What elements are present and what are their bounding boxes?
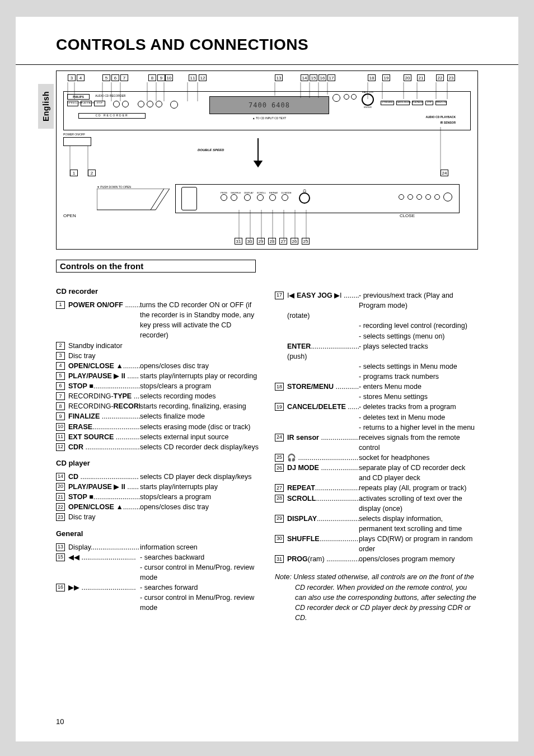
item-label: REPEAT........................ xyxy=(287,483,359,493)
item-label: RECORDING-RECORD… xyxy=(68,401,140,411)
item-desc: stops/clears a program xyxy=(140,381,259,391)
control-item-6: 6STOP ■.........................stops/cl… xyxy=(56,381,259,391)
brand-logo: PHILIPS xyxy=(67,94,90,100)
callout-24: 24 xyxy=(441,170,448,176)
easy-jog-wheel xyxy=(362,93,374,106)
item-desc: separate play of CD recorder deck and CD… xyxy=(359,463,478,483)
control-item-15: 15◀◀ ............................- searc… xyxy=(56,552,259,583)
easy-jog-label: EASY JOG xyxy=(362,91,374,93)
cdr-knob xyxy=(170,101,178,109)
control-item-20: 20PLAY/PAUSE ▶ II ......starts play/inte… xyxy=(56,482,259,492)
item-desc: - searches backward xyxy=(140,552,259,562)
item-number: 24 xyxy=(275,434,284,442)
control-item-3: 3Disc tray xyxy=(56,351,259,361)
control-item-21: 21STOP ■.........................stops/c… xyxy=(56,492,259,502)
item-number: 19 xyxy=(275,403,284,411)
item-extra: - cursor control in Menu/Prog. review mo… xyxy=(68,593,259,613)
item-extra: - recording level control (recording) xyxy=(287,321,478,331)
callout-11: 11 xyxy=(189,74,196,81)
item-desc: repeats play (All, program or track) xyxy=(359,483,478,493)
item-desc: opens/closes disc tray xyxy=(140,502,259,512)
left-column: CD recorder 1POWER ON/OFF ........turns … xyxy=(56,280,259,623)
item-label: DJ MODE .................... xyxy=(287,463,359,473)
control-item-2: 2Standby indicator xyxy=(56,341,259,351)
callout-18: 18 xyxy=(368,74,376,81)
callout-14: 14 xyxy=(301,74,308,81)
item-number: 20 xyxy=(56,483,65,491)
callout-5: 5 xyxy=(102,74,110,81)
item-label: CANCEL/DELETE ...... xyxy=(287,402,359,412)
item-label: IR sensor .................... xyxy=(287,433,359,443)
headphone-knob xyxy=(299,192,310,204)
item-desc: starts play/interrupts play xyxy=(140,482,259,492)
item-extra: - selects settings in Menu mode xyxy=(287,361,478,372)
control-item-sub: ENTER..........................- plays s… xyxy=(275,341,478,382)
control-item-13: 13Display...........................info… xyxy=(56,542,259,552)
open-close-button-r: OPEN/CLOSE xyxy=(435,101,447,105)
item-label: PLAY/PAUSE ▶ II ...... xyxy=(68,482,140,492)
language-tab: English xyxy=(38,84,54,129)
callout-23: 23 xyxy=(447,74,455,81)
page-title: CONTROLS AND CONNECTIONS xyxy=(56,36,478,54)
callout-26: 26 xyxy=(291,238,298,245)
item-label: I◀ EASY JOG ▶I ........ xyxy=(287,290,359,300)
callout-7: 7 xyxy=(120,74,128,81)
item-desc: selects erasing mode (disc or track) xyxy=(140,422,259,432)
item-label: CD .............................. xyxy=(68,472,140,482)
shuffle-knob xyxy=(231,194,237,201)
control-item-5: 5PLAY/PAUSE ▶ II ......starts play/inter… xyxy=(56,371,259,381)
item-number: 3 xyxy=(56,352,65,360)
item-number: 8 xyxy=(56,402,65,410)
item-label: Standby indicator xyxy=(68,341,140,351)
item-number: 12 xyxy=(56,443,65,451)
item-desc: - plays selected tracks xyxy=(359,341,478,351)
item-desc: socket for headphones xyxy=(359,453,478,463)
callout-25: 25 xyxy=(302,238,310,245)
jack-1 xyxy=(399,194,404,200)
item-number: 6 xyxy=(56,382,65,390)
item-number: 21 xyxy=(56,493,65,501)
page-content: CONTROLS AND CONNECTIONS 345678910111213… xyxy=(16,17,518,640)
repeat-knob xyxy=(269,194,276,201)
control-item-26: 26DJ MODE ....................separate p… xyxy=(275,463,478,483)
item-desc: selects finalize mode xyxy=(140,411,259,421)
callout-2: 2 xyxy=(88,170,96,176)
scroll-label: SCROLL xyxy=(257,191,266,194)
item-desc: - previous/next track (Play and Program … xyxy=(359,290,478,311)
jack-2 xyxy=(407,194,413,200)
item-desc: - searches forward xyxy=(140,583,259,593)
item-label: STORE/MENU ............ xyxy=(287,382,359,392)
control-item-28: 28SCROLL........................activate… xyxy=(275,494,478,514)
callout-22: 22 xyxy=(436,74,444,81)
language-label: English xyxy=(41,91,50,121)
callout-10: 10 xyxy=(165,74,173,81)
item-extra: - selects settings (menu on) xyxy=(287,331,478,341)
general-heading: General xyxy=(56,529,259,538)
callout-17: 17 xyxy=(327,74,335,81)
item-desc: starts play/interrupts play or recording xyxy=(140,371,259,381)
control-item-7: 7RECORDING-TYPE ......selects recording … xyxy=(56,391,259,401)
item-number: 11 xyxy=(56,433,65,441)
play-pause-button: PLAY/PAUSE xyxy=(81,101,92,106)
jack-4 xyxy=(425,194,431,200)
prog-knob xyxy=(221,194,227,201)
main-display: 7400 6408 xyxy=(209,96,329,114)
open-close-button: OPEN/CLOSE xyxy=(67,101,78,106)
item-desc: selects display information, permanent t… xyxy=(359,514,478,534)
scroll-knob xyxy=(257,194,264,201)
callout-29: 29 xyxy=(257,238,265,245)
control-item-14: 14CD ..............................selec… xyxy=(56,472,259,482)
callout-31: 31 xyxy=(235,238,242,245)
item-number: 30 xyxy=(275,535,284,543)
item-number: 29 xyxy=(275,515,284,523)
callout-30: 30 xyxy=(246,238,254,245)
record-knob xyxy=(122,101,129,107)
dj-mode-label: DJ MODE xyxy=(282,191,292,194)
erase-knob xyxy=(147,101,153,107)
control-item-18: 18STORE/MENU ............- enters Menu m… xyxy=(275,382,478,402)
item-desc: receives signals from the remote control xyxy=(359,433,478,453)
item-number: 10 xyxy=(56,423,65,431)
section-title: Controls on the front xyxy=(56,260,256,273)
control-item-4: 4OPEN/CLOSE ▲...........opens/closes dis… xyxy=(56,361,259,371)
item-number: 13 xyxy=(56,543,65,551)
